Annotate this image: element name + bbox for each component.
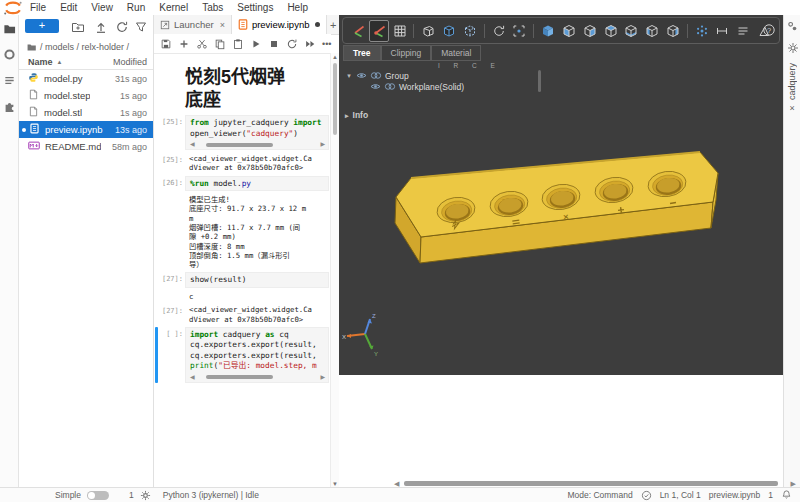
output-cell[interactable]: c <box>154 291 329 301</box>
menu-kernel[interactable]: Kernel <box>152 2 195 13</box>
cad-tab-clipping[interactable]: Clipping <box>381 45 432 61</box>
mode-indicator[interactable]: Mode: Command <box>567 490 632 500</box>
file-row-model.stl[interactable]: model.stl1s ago <box>19 104 153 121</box>
bottom-view-button[interactable] <box>621 20 641 42</box>
file-list-header[interactable]: Name ▲ Modified <box>19 54 153 70</box>
tab-launcher[interactable]: Launcher × <box>154 15 232 34</box>
code-cell[interactable]: [26]:%run model.py <box>154 176 329 192</box>
reset-view-button[interactable] <box>489 20 509 42</box>
menu-settings[interactable]: Settings <box>230 2 280 13</box>
cell-horizontal-scrollbar[interactable]: ◀▶ <box>190 374 325 381</box>
iso-view-button[interactable] <box>538 20 558 42</box>
notebook-vertical-scrollbar[interactable]: ▲ ▼ <box>330 53 339 488</box>
code-input-area[interactable]: import cadquery as cqcq.exporters.export… <box>185 327 329 383</box>
properties-button[interactable] <box>733 20 753 42</box>
run-cell-button[interactable] <box>250 37 262 51</box>
menu-view[interactable]: View <box>84 2 120 13</box>
menu-help[interactable]: Help <box>280 2 315 13</box>
scrollbar-thumb[interactable] <box>404 481 777 486</box>
file-row-model.step[interactable]: model.step1s ago <box>19 87 153 104</box>
debugger-icon[interactable] <box>784 15 800 37</box>
grid-button[interactable] <box>390 20 410 42</box>
output-cell[interactable]: [25]:<cad_viewer_widget.widget.CadViewer… <box>154 153 329 173</box>
property-inspector-icon[interactable] <box>784 37 800 59</box>
code-cell[interactable]: [25]:from jupyter_cadquery importopen_vi… <box>154 115 329 150</box>
code-input-area[interactable]: show(result) <box>185 272 329 288</box>
code-input-area[interactable]: %run model.py <box>185 176 329 192</box>
caret-icon[interactable]: ▾ <box>345 72 353 80</box>
breadcrumb[interactable]: / models / relx-holder / <box>19 39 153 54</box>
copy-cells-button[interactable] <box>214 37 226 51</box>
trust-indicator-icon[interactable] <box>641 490 652 501</box>
restart-run-all-button[interactable] <box>304 37 316 51</box>
sidecar-tab-cadquery[interactable]: × cadquery <box>787 63 797 113</box>
markdown-cell[interactable]: 悦刻5代烟弹底座 <box>154 60 329 112</box>
edges-visibility-icon[interactable] <box>370 71 382 80</box>
code-cell[interactable]: [ ]:import cadquery as cqcq.exporters.ex… <box>154 327 329 383</box>
save-button[interactable] <box>160 37 172 51</box>
file-browser-icon[interactable] <box>0 15 18 41</box>
menu-file[interactable]: File <box>23 2 53 13</box>
cad-tab-tree[interactable]: Tree <box>343 45 381 61</box>
cad-tab-material[interactable]: Material <box>431 45 481 61</box>
axes0-button[interactable] <box>369 20 389 42</box>
visibility-eye-icon[interactable] <box>356 71 367 80</box>
new-tab-button[interactable]: + <box>327 15 339 34</box>
info-section[interactable]: ▸Info <box>345 110 368 120</box>
close-icon[interactable]: × <box>787 103 797 113</box>
black-edges-button[interactable] <box>439 20 459 42</box>
axes-button[interactable] <box>348 20 368 42</box>
tree-scrollbar[interactable] <box>538 70 541 92</box>
file-row-model.py[interactable]: model.py31s ago <box>19 70 153 87</box>
add-cell-button[interactable] <box>178 37 190 51</box>
top-view-button[interactable] <box>601 20 621 42</box>
upload-icon[interactable] <box>94 20 108 34</box>
left-view-button[interactable] <box>642 20 662 42</box>
scroll-up-arrow[interactable]: ▲ <box>331 54 339 60</box>
front-view-button[interactable] <box>559 20 579 42</box>
visibility-eye-icon[interactable] <box>370 82 381 91</box>
extension-manager-icon[interactable] <box>0 93 18 119</box>
edges-visibility-icon[interactable] <box>384 82 396 91</box>
output-cell[interactable]: 模型已生成!底座尺寸: 91.7 x 23.7 x 12 mm烟弹凹槽: 11.… <box>154 194 329 269</box>
orthographic-button[interactable] <box>418 20 438 42</box>
header-name[interactable]: Name <box>28 57 53 67</box>
running-sessions-icon[interactable] <box>0 41 18 67</box>
menu-edit[interactable]: Edit <box>53 2 84 13</box>
code-input-area[interactable]: from jupyter_cadquery importopen_viewer(… <box>185 115 329 150</box>
close-icon[interactable]: × <box>220 20 225 30</box>
table-of-contents-icon[interactable] <box>0 67 18 93</box>
scrollbar-thumb[interactable] <box>333 63 337 135</box>
kernel-sessions-icon[interactable] <box>140 490 151 501</box>
menu-tabs[interactable]: Tabs <box>195 2 230 13</box>
menu-run[interactable]: Run <box>120 2 152 13</box>
help-button[interactable]: ? <box>758 19 780 41</box>
new-launcher-button[interactable]: + <box>25 19 59 33</box>
kernel-status[interactable]: Python 3 (ipykernel) | Idle <box>163 490 259 500</box>
refresh-icon[interactable] <box>115 20 129 34</box>
file-row-preview.ipynb[interactable]: preview.ipynb13s ago <box>19 121 153 138</box>
file-row-README.md[interactable]: README.md58m ago <box>19 138 153 155</box>
interrupt-kernel-button[interactable] <box>268 37 280 51</box>
cursor-position[interactable]: Ln 1, Col 1 <box>660 490 701 500</box>
output-cell[interactable]: [27]:<cad_viewer_widget.widget.CadViewer… <box>154 304 329 324</box>
bell-icon[interactable] <box>781 489 792 501</box>
code-cell[interactable]: [27]:show(result) <box>154 272 329 288</box>
transparency-button[interactable] <box>460 20 480 42</box>
paste-cells-button[interactable] <box>232 37 244 51</box>
fit-view-button[interactable] <box>509 20 529 42</box>
right-view-button[interactable] <box>663 20 683 42</box>
tab-preview-ipynb[interactable]: preview.ipynb <box>232 15 328 35</box>
filter-icon[interactable] <box>134 20 148 34</box>
restart-kernel-button[interactable] <box>286 37 298 51</box>
new-folder-icon[interactable] <box>71 20 85 34</box>
header-modified[interactable]: Modified <box>113 57 147 67</box>
distance-measure-button[interactable] <box>713 20 733 42</box>
tree-node-group[interactable]: ▾Group <box>345 70 555 81</box>
explode-button[interactable] <box>692 20 712 42</box>
back-view-button[interactable] <box>580 20 600 42</box>
cut-cells-button[interactable] <box>196 37 208 51</box>
more-commands-button[interactable]: ••• <box>322 37 331 51</box>
cell-horizontal-scrollbar[interactable]: ◀▶ <box>190 141 325 148</box>
tree-node-workplanesolid[interactable]: Workplane(Solid) <box>345 81 555 92</box>
